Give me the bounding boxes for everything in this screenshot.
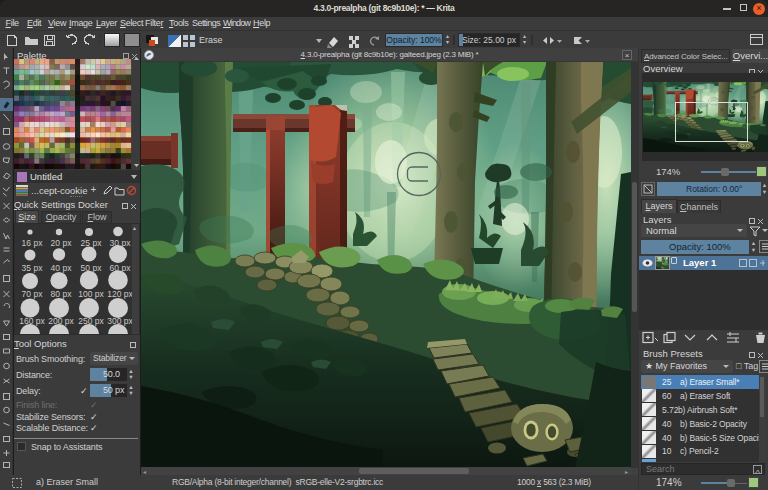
svg-text:80 px: 80 px	[51, 289, 73, 299]
svg-text:60 px: 60 px	[110, 263, 132, 273]
svg-text:16 px: 16 px	[22, 238, 44, 248]
svg-text:70 px: 70 px	[22, 289, 44, 299]
svg-text:250 px: 250 px	[78, 316, 104, 326]
svg-text:35 px: 35 px	[22, 263, 44, 273]
svg-text:300 px: 300 px	[107, 316, 133, 326]
svg-text:25 px: 25 px	[81, 238, 103, 248]
svg-text:50 px: 50 px	[81, 263, 103, 273]
svg-text:200 px: 200 px	[48, 316, 74, 326]
svg-text:30 px: 30 px	[110, 238, 132, 248]
svg-text:160 px: 160 px	[19, 316, 45, 326]
svg-text:100 px: 100 px	[78, 289, 104, 299]
svg-text:120 px: 120 px	[107, 289, 133, 299]
svg-text:20 px: 20 px	[51, 238, 73, 248]
svg-text:40 px: 40 px	[51, 263, 73, 273]
